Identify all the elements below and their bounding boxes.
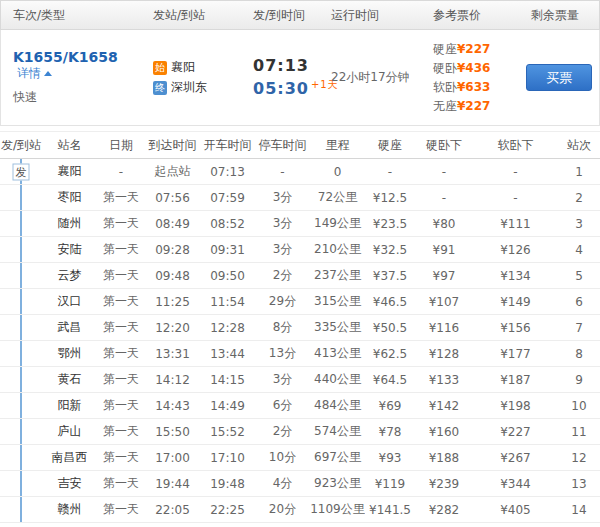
- price-label: 硬座: [433, 42, 457, 56]
- cell-stop: 3分: [255, 185, 310, 211]
- cell-stop: 10分: [255, 445, 310, 471]
- times-cell: 07:13 05:30+1天: [241, 56, 319, 98]
- cell-hard-seat: ¥12.5: [365, 185, 415, 211]
- cell-arrive: 起点站: [145, 159, 200, 185]
- timeline-line: [20, 341, 22, 366]
- price-line-no-seat: 无座¥227: [433, 97, 519, 116]
- cell-seq: 4: [558, 237, 600, 263]
- cell-hard-sleeper: ¥80: [415, 211, 473, 237]
- station-row: 云梦第一天09:4809:502分237公里¥37.5¥97¥1345: [0, 263, 600, 289]
- col-header-seq: 站次: [558, 132, 600, 159]
- cell-station: 吉安: [42, 471, 97, 497]
- cell-stop: 3分: [255, 211, 310, 237]
- timeline-cell: [0, 497, 42, 523]
- cell-arrive: 14:43: [145, 393, 200, 419]
- cell-hard-sleeper: -: [415, 185, 473, 211]
- cell-distance: 1109公里: [310, 497, 365, 523]
- cell-hard-seat: ¥93: [365, 445, 415, 471]
- station-row: 庐山第一天15:5015:522分574公里¥78¥160¥22711: [0, 419, 600, 445]
- cell-hard-sleeper: ¥97: [415, 263, 473, 289]
- price-line-hard-sleeper: 硬卧¥436: [433, 59, 519, 78]
- cell-stop: 3分: [255, 367, 310, 393]
- timeline-line: [20, 393, 22, 418]
- cell-distance: 335公里: [310, 315, 365, 341]
- station-row: 发襄阳-起点站07:13-0---1: [0, 159, 600, 185]
- cell-station: 随州: [42, 211, 97, 237]
- cell-distance: 574公里: [310, 419, 365, 445]
- buy-ticket-button[interactable]: 买票: [526, 64, 592, 91]
- station-row: 安陆第一天09:2809:313分210公里¥32.5¥91¥1264: [0, 237, 600, 263]
- cell-arrive: 22:05: [145, 497, 200, 523]
- timeline-cell: [0, 341, 42, 367]
- cell-distance: 440公里: [310, 367, 365, 393]
- cell-seq: 10: [558, 393, 600, 419]
- cell-depart: 08:52: [200, 211, 255, 237]
- cell-arrive: 09:48: [145, 263, 200, 289]
- col-header-depart-time: 开车时间: [200, 132, 255, 159]
- end-station-badge: 终: [153, 81, 167, 95]
- train-detail-page: 车次/类型 发站/到站 发/到时间 运行时间 参考票价 剩余票量 K1655/K…: [0, 0, 600, 527]
- details-link[interactable]: 详情: [17, 66, 52, 80]
- cell-hard-seat: ¥32.5: [365, 237, 415, 263]
- cell-soft-sleeper: ¥187: [473, 367, 558, 393]
- timeline-line: [20, 211, 22, 236]
- cell-hard-seat: ¥141.5: [365, 497, 415, 523]
- cell-stop: 6分: [255, 393, 310, 419]
- to-station-name: 深圳东: [171, 80, 207, 94]
- cell-hard-seat: ¥64.5: [365, 367, 415, 393]
- col-header-stop-time: 停车时间: [255, 132, 310, 159]
- cell-date: 第一天: [97, 263, 145, 289]
- cell-hard-seat: ¥119: [365, 471, 415, 497]
- cell-depart: 07:13: [200, 159, 255, 185]
- timeline-line: [20, 289, 22, 314]
- train-summary-row: K1655/K1658 详情 快速 始襄阳 终深圳东 07:13 05:30+1…: [0, 30, 600, 126]
- cell-hard-seat: -: [365, 159, 415, 185]
- cell-date: -: [97, 159, 145, 185]
- cell-stop: 2分: [255, 419, 310, 445]
- cell-stop: 2分: [255, 263, 310, 289]
- cell-arrive: 09:28: [145, 237, 200, 263]
- timeline-cell: [0, 263, 42, 289]
- cell-station: 南昌西: [42, 445, 97, 471]
- price-value: ¥436: [457, 61, 490, 75]
- depart-badge: 发: [13, 163, 30, 180]
- cell-station: 襄阳: [42, 159, 97, 185]
- cell-depart: 12:28: [200, 315, 255, 341]
- cell-soft-sleeper: ¥177: [473, 341, 558, 367]
- cell-soft-sleeper: -: [473, 185, 558, 211]
- cell-hard-sleeper: -: [415, 159, 473, 185]
- cell-soft-sleeper: ¥149: [473, 289, 558, 315]
- cell-hard-sleeper: ¥107: [415, 289, 473, 315]
- cell-hard-seat: ¥37.5: [365, 263, 415, 289]
- cell-hard-seat: ¥69: [365, 393, 415, 419]
- cell-date: 第一天: [97, 211, 145, 237]
- cell-depart: 22:25: [200, 497, 255, 523]
- cell-depart: 19:48: [200, 471, 255, 497]
- cell-seq: 2: [558, 185, 600, 211]
- cell-distance: 484公里: [310, 393, 365, 419]
- cell-arrive: 08:49: [145, 211, 200, 237]
- cell-depart: 09:31: [200, 237, 255, 263]
- cell-date: 第一天: [97, 445, 145, 471]
- cell-seq: 6: [558, 289, 600, 315]
- header-stations: 发站/到站: [141, 7, 241, 24]
- cell-stop: -: [255, 159, 310, 185]
- cell-soft-sleeper: ¥156: [473, 315, 558, 341]
- cell-depart: 15:52: [200, 419, 255, 445]
- start-station-badge: 始: [153, 61, 167, 75]
- cell-distance: 0: [310, 159, 365, 185]
- cell-hard-sleeper: ¥160: [415, 419, 473, 445]
- price-value: ¥227: [457, 42, 490, 56]
- price-value: ¥227: [457, 99, 490, 113]
- cell-station: 汉口: [42, 289, 97, 315]
- station-row: 武昌第一天12:2012:288分335公里¥50.5¥116¥1567: [0, 315, 600, 341]
- col-header-hard-seat: 硬座: [365, 132, 415, 159]
- train-number-link[interactable]: K1655/K1658: [13, 49, 118, 65]
- cell-hard-seat: ¥23.5: [365, 211, 415, 237]
- station-row: 吉安第一天19:4419:484分923公里¥119¥239¥34413: [0, 471, 600, 497]
- price-line-soft-sleeper: 软卧¥633: [433, 78, 519, 97]
- cell-seq: 3: [558, 211, 600, 237]
- cell-soft-sleeper: -: [473, 159, 558, 185]
- cell-station: 阳新: [42, 393, 97, 419]
- stations-table: 发/到站 站名 日期 到达时间 开车时间 停车时间 里程 硬座 硬卧下 软卧下 …: [0, 131, 600, 523]
